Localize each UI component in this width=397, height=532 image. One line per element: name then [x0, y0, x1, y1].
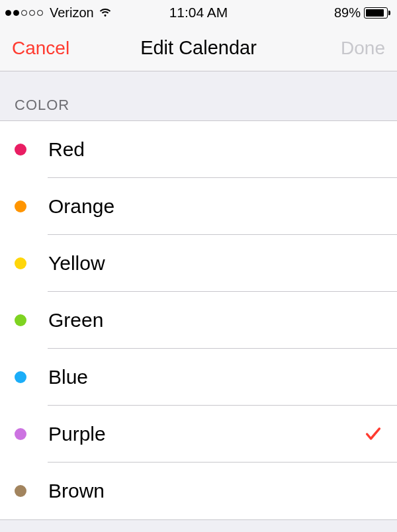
- battery-icon: [364, 7, 390, 19]
- page-title: Edit Calendar: [140, 37, 257, 59]
- nav-bar: Cancel Edit Calendar Done: [0, 25, 397, 71]
- color-swatch-icon: [15, 314, 26, 326]
- section-header-color: COLOR: [0, 71, 397, 120]
- status-time: 11:04 AM: [169, 5, 228, 21]
- color-swatch-icon: [15, 144, 26, 155]
- color-label: Brown: [48, 480, 382, 502]
- color-swatch-icon: [15, 371, 26, 383]
- color-row-blue[interactable]: Blue: [0, 349, 397, 406]
- color-row-purple[interactable]: Purple: [0, 406, 397, 463]
- color-label: Yellow: [48, 252, 382, 275]
- battery-percent: 89%: [334, 5, 361, 21]
- done-button[interactable]: Done: [341, 38, 385, 59]
- color-label: Orange: [48, 195, 382, 218]
- carrier-label: Verizon: [50, 5, 94, 21]
- status-right: 89%: [334, 5, 390, 21]
- color-label: Red: [48, 138, 382, 161]
- signal-strength-icon: [5, 10, 43, 16]
- color-label: Purple: [48, 423, 364, 445]
- color-row-red[interactable]: Red: [0, 121, 397, 178]
- color-label: Green: [48, 309, 382, 332]
- status-left: Verizon: [5, 5, 112, 21]
- status-bar: Verizon 11:04 AM 89%: [0, 0, 397, 25]
- color-list: RedOrangeYellowGreenBluePurpleBrown: [0, 120, 397, 520]
- color-row-yellow[interactable]: Yellow: [0, 235, 397, 292]
- color-row-green[interactable]: Green: [0, 292, 397, 349]
- color-swatch-icon: [15, 200, 26, 212]
- color-swatch-icon: [15, 485, 26, 497]
- color-swatch-icon: [15, 257, 26, 269]
- color-swatch-icon: [15, 428, 26, 440]
- color-row-brown[interactable]: Brown: [0, 463, 397, 519]
- color-label: Blue: [48, 366, 382, 388]
- color-row-orange[interactable]: Orange: [0, 178, 397, 235]
- cancel-button[interactable]: Cancel: [12, 38, 69, 59]
- wifi-icon: [98, 5, 112, 20]
- checkmark-icon: [364, 425, 382, 443]
